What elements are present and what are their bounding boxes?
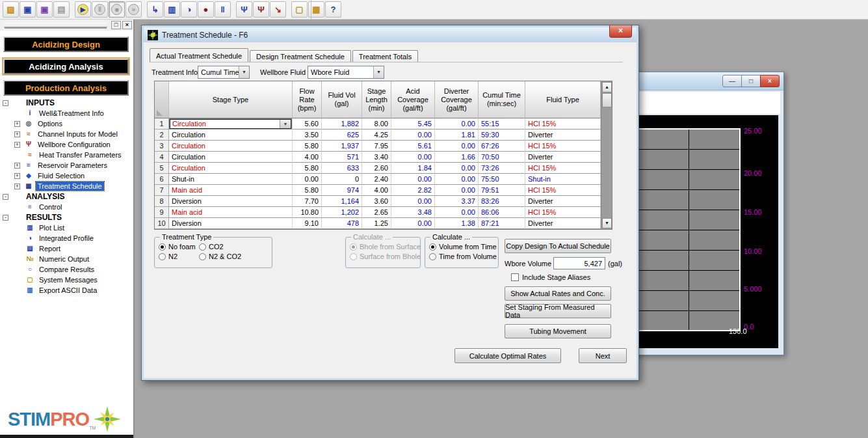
- tree-expander-icon[interactable]: -: [3, 100, 8, 106]
- radio-icon[interactable]: [429, 243, 436, 251]
- table-cell[interactable]: HCl 15%: [525, 207, 601, 218]
- table-cell[interactable]: 86:06: [479, 207, 525, 218]
- table-cell[interactable]: Diversion: [169, 196, 293, 207]
- radio-icon[interactable]: [199, 243, 206, 251]
- table-cell[interactable]: 1.81: [435, 130, 479, 141]
- table-cell[interactable]: Main acid: [169, 207, 293, 218]
- table-cell[interactable]: 1,882: [322, 118, 362, 130]
- radio-icon[interactable]: [159, 243, 166, 251]
- tree-expander-icon[interactable]: +: [14, 163, 20, 169]
- chevron-down-icon[interactable]: ▼: [280, 120, 291, 128]
- stop-button[interactable]: ■: [109, 1, 125, 18]
- table-cell[interactable]: Shut-in: [169, 174, 293, 185]
- table-cell[interactable]: 1.25: [362, 218, 391, 229]
- wellbore-button[interactable]: ‖: [215, 1, 231, 18]
- table-cell[interactable]: 0.00: [435, 141, 479, 152]
- table-cell[interactable]: 571: [322, 152, 362, 163]
- tree-item-channel-inputs-for-model[interactable]: +≈Channel Inputs for Model: [0, 129, 133, 139]
- table-cell[interactable]: 2.40: [362, 174, 391, 185]
- tab-actual-treatment-schedule[interactable]: Actual Treatment Schedule: [150, 48, 248, 62]
- table-cell[interactable]: Circulation: [169, 152, 293, 163]
- tree-item-options[interactable]: +◎Options: [0, 118, 133, 129]
- table-cell[interactable]: Shut-in: [525, 174, 601, 185]
- table-cell[interactable]: Circulation▼: [169, 118, 293, 130]
- row-number-cell[interactable]: 10: [155, 218, 169, 229]
- table-cell[interactable]: 5.61: [391, 141, 435, 152]
- tree-item-fluid-selection[interactable]: +◆Fluid Selection: [0, 171, 133, 181]
- flow-path-button[interactable]: ↘: [270, 1, 286, 18]
- table-cell[interactable]: 0.00: [435, 118, 479, 130]
- table-cell[interactable]: 625: [322, 130, 362, 141]
- tree-item-heat-transfer-parameters[interactable]: ≈Heat Transfer Parameters: [0, 150, 133, 160]
- table-cell[interactable]: 3.40: [362, 152, 391, 163]
- table-cell[interactable]: Circulation: [169, 130, 293, 141]
- table-cell[interactable]: 1,164: [322, 196, 362, 207]
- print-button[interactable]: ▤: [53, 1, 70, 18]
- table-cell[interactable]: 4.00: [293, 152, 322, 163]
- table-cell[interactable]: Diverter: [525, 196, 601, 207]
- table-cell[interactable]: Circulation: [169, 141, 293, 152]
- help-button[interactable]: ?: [325, 1, 341, 18]
- close-button[interactable]: ×: [760, 75, 780, 87]
- table-cell[interactable]: Diversion: [169, 218, 293, 229]
- scroll-up-icon[interactable]: ▲: [602, 82, 612, 92]
- tree-item-numeric-output[interactable]: №Numeric Output: [0, 254, 133, 264]
- table-cell[interactable]: 4.00: [362, 185, 391, 196]
- system-messages-button[interactable]: ▢: [291, 1, 308, 18]
- dialog-titlebar[interactable]: Treatment Schedule - F6: [144, 27, 637, 42]
- checkbox-icon[interactable]: [511, 273, 519, 281]
- integrated-profile-button[interactable]: ◑: [181, 1, 197, 18]
- row-number-cell[interactable]: 7: [155, 185, 169, 196]
- table-cell[interactable]: 0.00: [293, 174, 322, 185]
- sidebar-maximize-button[interactable]: □: [111, 21, 121, 29]
- set-staging-button[interactable]: Set Staging From Measured Data: [505, 304, 611, 318]
- scrollbar-thumb[interactable]: [602, 93, 612, 107]
- treatment-info-combo[interactable]: Cumul Time ▼: [198, 66, 250, 79]
- table-cell[interactable]: 59:30: [479, 130, 525, 141]
- chevron-down-icon[interactable]: ▼: [239, 66, 249, 78]
- tree-item-report[interactable]: ▤Report: [0, 243, 133, 254]
- plot-list-button[interactable]: ▥: [164, 1, 180, 18]
- table-cell[interactable]: 0.00: [435, 163, 479, 174]
- tree-item-control[interactable]: ≡Control: [0, 202, 133, 212]
- table-cell[interactable]: HCl 15%: [525, 118, 601, 130]
- plot-axes-button[interactable]: ↳: [147, 1, 163, 18]
- table-cell[interactable]: 7.70: [293, 196, 322, 207]
- table-cell[interactable]: 73:26: [479, 163, 525, 174]
- table-cell[interactable]: 2.82: [391, 185, 435, 196]
- table-cell[interactable]: Diverter: [525, 130, 601, 141]
- table-cell[interactable]: 55:15: [479, 118, 525, 130]
- table-cell[interactable]: 0.00: [391, 174, 435, 185]
- tree-expander-icon[interactable]: +: [14, 131, 20, 137]
- row-number-cell[interactable]: 6: [155, 174, 169, 185]
- table-cell[interactable]: 8.00: [362, 118, 391, 130]
- table-cell[interactable]: 9.10: [293, 218, 322, 229]
- table-cell[interactable]: HCl 15%: [525, 185, 601, 196]
- table-cell[interactable]: HCl 15%: [525, 163, 601, 174]
- tree-expander-icon[interactable]: +: [14, 173, 20, 179]
- table-cell[interactable]: 5.60: [293, 118, 322, 130]
- chevron-down-icon[interactable]: ▼: [373, 66, 384, 78]
- table-cell[interactable]: Diverter: [525, 218, 601, 229]
- row-number-cell[interactable]: 4: [155, 152, 169, 163]
- calculate-optimal-rates-button[interactable]: Calculate Optimal Rates: [454, 348, 561, 363]
- save-as-button[interactable]: ▣: [36, 1, 53, 18]
- nav-button-production-analysis[interactable]: Production Analysis: [3, 80, 129, 96]
- table-cell[interactable]: HCl 15%: [525, 141, 601, 152]
- table-cell[interactable]: 2.65: [362, 207, 391, 218]
- tree-item-integrated-profile[interactable]: ◑Integrated Profile: [0, 233, 133, 243]
- nav-button-acidizing-analysis[interactable]: Acidizing Analysis: [3, 59, 129, 74]
- skip-button[interactable]: »: [125, 1, 142, 18]
- calculate-volume-radio-volume-from-time[interactable]: Volume from Time: [429, 243, 494, 251]
- treatment-type-radio-no-foam[interactable]: No foam: [159, 243, 199, 251]
- table-scrollbar[interactable]: ▲ ▼: [601, 81, 612, 229]
- radio-icon[interactable]: [199, 253, 206, 260]
- tab-design-treatment-schedule[interactable]: Design Treatment Schedule: [250, 50, 351, 62]
- dialog-close-button[interactable]: ×: [609, 25, 632, 38]
- save-button[interactable]: ▣: [20, 1, 36, 18]
- calculate-volume-radio-time-from-volume[interactable]: Time from Volume: [429, 253, 494, 260]
- table-cell[interactable]: 5.80: [293, 141, 322, 152]
- copy-design-button[interactable]: Copy Design To Actual Schedule: [505, 239, 611, 253]
- table-cell[interactable]: 478: [322, 218, 362, 229]
- table-cell[interactable]: 0.00: [391, 218, 435, 229]
